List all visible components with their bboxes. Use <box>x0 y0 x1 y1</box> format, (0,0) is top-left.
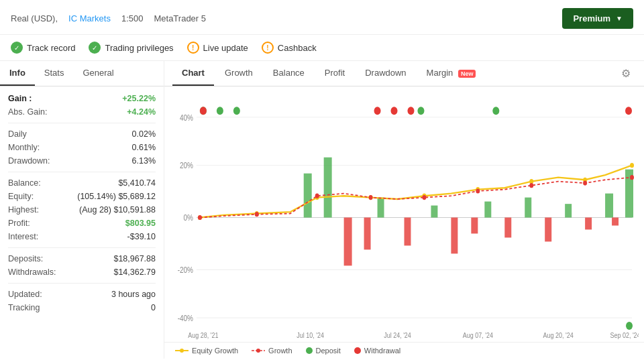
monthly-value: 0.61% <box>132 143 156 152</box>
svg-point-66 <box>256 349 260 353</box>
tab-drawdown[interactable]: Drawdown <box>356 61 415 86</box>
equity-value: (105.14%) $5,689.12 <box>77 192 156 201</box>
row-balance: Balance: $5,410.74 <box>8 176 156 190</box>
svg-point-64 <box>180 349 184 353</box>
gain-label: Gain : <box>8 94 32 103</box>
legend-withdrawal: Withdrawal <box>354 347 400 355</box>
svg-rect-12 <box>378 198 384 218</box>
svg-point-56 <box>625 107 632 115</box>
svg-point-43 <box>529 183 533 188</box>
drawdown-label: Drawdown: <box>8 156 50 166</box>
main-content: Info Stats General Gain : +25.22% Abs. G… <box>0 61 644 359</box>
row-drawdown: Drawdown: 6.13% <box>8 154 156 168</box>
svg-text:Sep 02, '24: Sep 02, '24 <box>610 331 639 339</box>
equity-label: Equity: <box>8 192 34 201</box>
check-icon: ✓ <box>89 42 101 54</box>
chart-area: 40% 20% 0% -20% -40% <box>164 86 644 342</box>
row-monthly: Monthly: 0.61% <box>8 141 156 154</box>
svg-rect-16 <box>565 204 572 217</box>
legend-growth: Growth <box>252 347 292 355</box>
svg-text:Aug 28, '21: Aug 28, '21 <box>188 331 219 339</box>
tab-profit[interactable]: Profit <box>315 61 354 86</box>
tab-margin[interactable]: Margin New <box>417 61 486 86</box>
live-update-label: Live update <box>203 43 248 53</box>
legend-equity-growth: Equity Growth <box>175 347 238 355</box>
deposit-icon <box>306 347 313 354</box>
withdrawals-label: Withdrawals: <box>8 267 56 277</box>
svg-rect-21 <box>405 218 411 246</box>
daily-label: Daily <box>8 129 27 139</box>
withdrawals-value: $14,362.79 <box>113 267 156 277</box>
growth-icon <box>252 347 265 354</box>
svg-text:Jul 10, '24: Jul 10, '24 <box>297 331 324 339</box>
trading-privileges-label: Trading privileges <box>105 43 173 53</box>
svg-point-37 <box>198 215 202 220</box>
svg-point-39 <box>315 194 319 198</box>
row-equity: Equity: (105.14%) $5,689.12 <box>8 190 156 203</box>
balance-value: $5,410.74 <box>118 178 156 188</box>
svg-text:-20%: -20% <box>178 265 193 274</box>
equity-growth-icon <box>175 347 189 354</box>
row-highest: Highest: (Aug 28) $10,591.88 <box>8 203 156 217</box>
svg-rect-19 <box>344 218 352 266</box>
svg-rect-13 <box>431 206 437 218</box>
tab-general[interactable]: General <box>73 61 123 86</box>
svg-rect-11 <box>324 158 332 218</box>
row-gain: Gain : +25.22% <box>8 92 156 105</box>
svg-rect-17 <box>605 194 613 218</box>
top-bar: Real (USD), IC Markets 1:500 MetaTrader … <box>0 0 644 61</box>
profit-value: $803.95 <box>125 219 156 228</box>
track-record-badge: ✓ Track record <box>11 42 75 54</box>
svg-rect-20 <box>364 218 371 250</box>
leverage: 1:500 <box>121 13 144 23</box>
svg-text:40%: 40% <box>180 113 193 122</box>
svg-text:Aug 07, '24: Aug 07, '24 <box>463 331 494 339</box>
deposits-label: Deposits: <box>8 254 43 263</box>
svg-point-36 <box>630 163 634 168</box>
chart-svg: 40% 20% 0% -20% -40% <box>170 93 639 342</box>
svg-point-45 <box>630 175 634 180</box>
svg-text:Jul 24, '24: Jul 24, '24 <box>384 331 411 339</box>
svg-point-55 <box>407 107 414 115</box>
svg-point-48 <box>233 107 240 115</box>
interest-value: -$39.10 <box>127 232 156 241</box>
balance-label: Balance: <box>8 178 41 188</box>
svg-point-50 <box>492 107 499 115</box>
svg-point-53 <box>374 107 381 115</box>
tab-growth[interactable]: Growth <box>215 61 262 86</box>
chart-legend: Equity Growth Growth Deposit Withdrawal <box>164 342 644 359</box>
svg-point-47 <box>217 107 223 115</box>
tracking-label: Tracking <box>8 303 40 312</box>
row-withdrawals: Withdrawals: $14,362.79 <box>8 265 156 279</box>
account-type: Real (USD), <box>11 13 58 23</box>
svg-text:20%: 20% <box>180 162 193 170</box>
info-table: Gain : +25.22% Abs. Gain: +4.24% Daily 0… <box>0 86 164 320</box>
tab-info[interactable]: Info <box>0 61 35 86</box>
divider <box>8 123 156 123</box>
updated-label: Updated: <box>8 290 42 299</box>
premium-button[interactable]: Premium ▼ <box>562 8 633 29</box>
cashback-badge: ! Cashback <box>262 42 317 54</box>
row-abs-gain: Abs. Gain: +4.24% <box>8 105 156 119</box>
settings-icon[interactable]: ⚙ <box>616 62 636 85</box>
updated-value: 3 hours ago <box>111 290 156 299</box>
deposits-value: $18,967.88 <box>113 254 156 263</box>
equity-growth-label: Equity Growth <box>192 347 238 355</box>
svg-rect-27 <box>612 218 619 226</box>
interest-label: Interest: <box>8 232 38 241</box>
tab-balance[interactable]: Balance <box>264 61 314 86</box>
abs-gain-label: Abs. Gain: <box>8 107 47 117</box>
svg-point-38 <box>255 212 259 217</box>
tab-stats[interactable]: Stats <box>35 61 74 86</box>
svg-rect-14 <box>484 202 491 218</box>
broker-link[interactable]: IC Markets <box>68 13 111 23</box>
svg-point-40 <box>369 195 373 200</box>
svg-rect-24 <box>504 218 511 238</box>
cashback-label: Cashback <box>278 43 317 53</box>
new-badge: New <box>458 70 476 78</box>
track-record-label: Track record <box>27 43 75 53</box>
svg-point-51 <box>626 322 633 330</box>
svg-text:0%: 0% <box>184 213 194 222</box>
tab-chart[interactable]: Chart <box>172 61 214 86</box>
tracking-value: 0 <box>151 303 156 312</box>
